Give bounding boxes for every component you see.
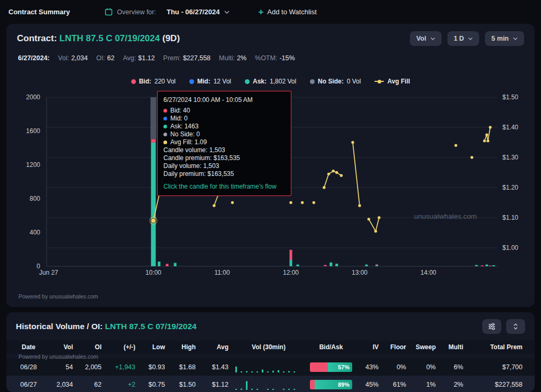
volume-candle-bid[interactable] <box>481 265 483 266</box>
chart-control-vol[interactable]: Vol <box>410 31 442 46</box>
column-header-oi[interactable]: OI <box>95 343 105 351</box>
legend-item-mid[interactable]: Mid:12 Vol <box>189 78 231 85</box>
avg-fill-point[interactable] <box>340 174 343 177</box>
stat-multi: Multi:2% <box>219 54 246 62</box>
chevron-down-icon <box>468 38 473 40</box>
volume-candle-ask[interactable] <box>158 262 160 266</box>
cell-change: +1,943 <box>115 363 139 371</box>
column-header-floor[interactable]: Floor <box>390 343 409 351</box>
stat-otm: %OTM:-15% <box>255 54 295 62</box>
topbar: Contract Summary Overview for: Thu - 06/… <box>0 0 541 24</box>
avg-fill-point[interactable] <box>332 170 334 172</box>
pill-label: Vol <box>416 35 426 42</box>
avg-fill-point[interactable] <box>487 139 489 142</box>
avg-fill-point[interactable] <box>358 204 361 207</box>
avg-fill-point[interactable] <box>351 141 354 144</box>
column-header-date[interactable]: Date <box>22 343 35 351</box>
date-dropdown[interactable]: Thu - 06/27/2024 <box>161 5 235 19</box>
column-header-sweep[interactable]: Sweep <box>416 343 439 351</box>
column-header--[interactable]: (+/-) <box>124 343 139 351</box>
cell-avg: $1.43 <box>212 363 232 371</box>
column-header-multi[interactable]: Multi <box>448 343 466 351</box>
avg-fill-point[interactable] <box>374 230 377 232</box>
chart-control-5-min[interactable]: 5 min <box>485 31 524 46</box>
cell-multi: 2% <box>454 381 466 388</box>
pill-label: 5 min <box>491 35 509 42</box>
stat-avg: Avg:$1.12 <box>123 54 155 62</box>
avg-fill-point[interactable] <box>301 201 304 204</box>
volume-candle-ask[interactable] <box>475 265 478 266</box>
filter-settings-button[interactable] <box>482 319 501 334</box>
avg-fill-point[interactable] <box>335 171 338 174</box>
contract-card-header: Contract: LNTH 87.5 C 07/19/2024 (9D) Vo… <box>6 24 535 46</box>
column-header-iv[interactable]: IV <box>373 343 382 351</box>
avg-fill-point[interactable] <box>289 201 292 204</box>
volume-candle-bid[interactable] <box>489 266 492 266</box>
chevron-down-icon <box>430 38 435 40</box>
svg-text:$1.40: $1.40 <box>502 124 518 131</box>
volume-candle-bid[interactable] <box>324 265 327 266</box>
volume-candle-ask[interactable] <box>485 265 488 266</box>
avg-fill-point[interactable] <box>323 186 325 189</box>
svg-text:12:00: 12:00 <box>283 269 299 276</box>
column-header-avg[interactable]: Avg <box>217 343 232 351</box>
avg-fill-point[interactable] <box>483 139 485 142</box>
volume-candle-bid[interactable] <box>151 139 156 143</box>
legend-item-noside[interactable]: No Side:0 Vol <box>310 78 361 85</box>
svg-text:$1.00: $1.00 <box>502 244 518 251</box>
pill-label: 1 D <box>454 35 464 42</box>
volume-candle-ask[interactable] <box>375 265 378 266</box>
legend-item-bid[interactable]: Bid:220 Vol <box>131 78 176 85</box>
avg-fill-point[interactable] <box>368 218 370 220</box>
contract-card: Contract: LNTH 87.5 C 07/19/2024 (9D) Vo… <box>6 24 535 307</box>
bid-portion <box>310 362 328 372</box>
avg-fill-point[interactable] <box>471 156 473 158</box>
column-header-high[interactable]: High <box>181 343 199 351</box>
volume-candle-ask[interactable] <box>290 260 292 266</box>
legend-item-avgfill[interactable]: Avg Fill <box>374 78 410 85</box>
svg-text:$1.30: $1.30 <box>502 154 518 161</box>
avg-fill-point[interactable] <box>489 126 491 128</box>
volume-candle-ask[interactable] <box>365 265 368 266</box>
avg-fill-point[interactable] <box>213 204 215 207</box>
avg-fill-point[interactable] <box>378 216 380 219</box>
column-header-vol[interactable]: Vol <box>63 343 76 351</box>
cell-vol: 54 <box>66 363 76 371</box>
volume-sparkline <box>235 379 302 390</box>
column-header-bid-ask[interactable]: Bid/Ask <box>319 343 343 351</box>
history-row[interactable]: 06/28542,005+1,943$0.93$1.68$1.4357%43%0… <box>6 358 535 376</box>
volume-candle-ask[interactable] <box>335 264 338 266</box>
avg-fill-point[interactable] <box>231 201 234 204</box>
legend-dot <box>131 79 136 84</box>
volume-candle-ask[interactable] <box>297 265 299 266</box>
volume-candle-ask[interactable] <box>492 265 495 266</box>
sort-button[interactable] <box>506 319 525 334</box>
legend-item-ask[interactable]: Ask:1,802 Vol <box>245 78 296 85</box>
history-row[interactable]: 06/272,03462+2$0.75$1.50$1.1289%45%61%1%… <box>6 376 535 392</box>
avg-fill-point[interactable] <box>485 134 488 136</box>
contract-dte: (9D) <box>162 33 180 43</box>
chart-control-1-d[interactable]: 1 D <box>447 31 479 46</box>
calendar-icon <box>105 8 113 16</box>
column-header-vol-30min-[interactable]: Vol (30min) <box>252 343 286 351</box>
cell-sweep: 0% <box>426 363 439 371</box>
history-table-body: 06/28542,005+1,943$0.93$1.68$1.4357%43%0… <box>6 358 535 392</box>
volume-candle-ask[interactable] <box>329 263 332 266</box>
avg-fill-point-selected[interactable] <box>151 218 156 223</box>
add-to-watchlist-button[interactable]: + Add to Watchlist <box>255 7 319 17</box>
column-header-low[interactable]: Low <box>152 343 168 351</box>
hover-highlight-band <box>151 97 157 139</box>
svg-text:1200: 1200 <box>26 161 40 169</box>
avg-fill-point[interactable] <box>454 144 457 147</box>
date-dropdown-value: Thu - 06/27/2024 <box>167 8 219 16</box>
volume-candle-ask[interactable] <box>174 263 177 266</box>
tooltip-summary-lines: Candle volume: 1,503Candle premium: $163… <box>163 146 285 178</box>
volume-candle-bid[interactable] <box>375 264 378 265</box>
avg-fill-point[interactable] <box>327 173 330 175</box>
column-header-total-prem[interactable]: Total Prem <box>490 343 526 351</box>
volume-candle-bid[interactable] <box>290 250 292 260</box>
volume-candle-bid[interactable] <box>166 264 169 266</box>
cell-bid-ask: 89% <box>310 380 352 389</box>
avg-fill-point[interactable] <box>313 201 315 204</box>
volume-candle-ask[interactable] <box>151 143 156 266</box>
